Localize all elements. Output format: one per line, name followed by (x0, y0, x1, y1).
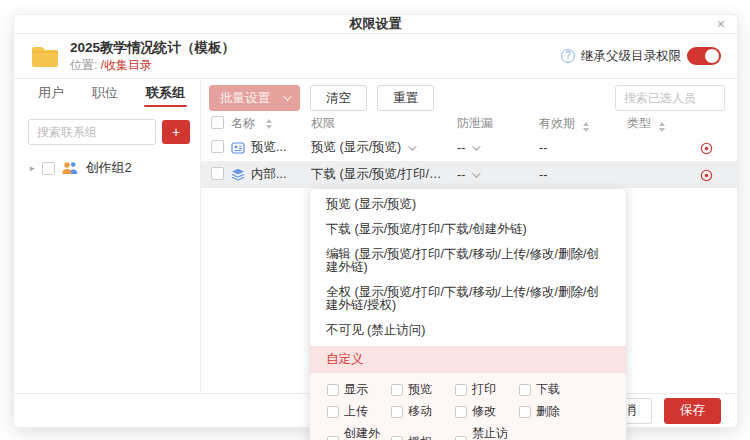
custom-option-label: 打印 (472, 381, 496, 398)
permission-select[interactable]: 下载 (显示/预览/打印/下载/创... (311, 166, 457, 183)
dialog-titlebar: 权限设置 × (14, 15, 737, 34)
permission-list-pane: 批量设置 清空 重置 名称 权限 防泄漏 有效期 (201, 79, 737, 395)
custom-option-delete[interactable]: 删除 (519, 403, 583, 420)
custom-option-move[interactable]: 移动 (391, 403, 455, 420)
reset-button[interactable]: 重置 (377, 85, 434, 111)
table-row: 预览... 预览 (显示/预览) -- -- (201, 134, 737, 161)
custom-option-label: 下载 (536, 381, 560, 398)
custom-option-label: 授权 (408, 434, 432, 440)
batch-set-button[interactable]: 批量设置 (209, 85, 300, 111)
column-type[interactable]: 类型 (627, 115, 689, 132)
column-expiry[interactable]: 有效期 (539, 115, 627, 132)
custom-option-external-link[interactable]: 创建外链 (327, 425, 391, 440)
tree-item-label: 创作组2 (86, 159, 132, 177)
dropdown-option-custom[interactable]: 自定义 (310, 346, 626, 373)
member-picker-pane: 用户 职位 联系组 + ▸ 创作组2 (14, 79, 201, 395)
custom-option-label: 上传 (344, 403, 368, 420)
permission-select[interactable]: 预览 (显示/预览) (311, 139, 457, 156)
row-checkbox[interactable] (211, 167, 224, 180)
leakproof-select[interactable]: -- (457, 141, 539, 155)
member-tabs: 用户 职位 联系组 (14, 79, 200, 109)
custom-option-authorize[interactable]: 授权 (391, 425, 455, 440)
checkbox[interactable] (455, 436, 467, 440)
custom-option-modify[interactable]: 修改 (455, 403, 519, 420)
checkbox[interactable] (327, 436, 339, 440)
chevron-down-icon (408, 142, 416, 150)
help-icon[interactable]: ? (561, 49, 575, 63)
chevron-down-icon (472, 169, 480, 177)
expand-arrow-icon[interactable]: ▸ (30, 163, 35, 173)
column-permission: 权限 (311, 115, 457, 132)
batch-set-label: 批量设置 (220, 90, 270, 107)
selected-member-search-input[interactable] (615, 85, 725, 111)
dialog-body: 用户 职位 联系组 + ▸ 创作组2 (14, 79, 737, 395)
column-name-label: 名称 (231, 115, 255, 132)
checkbox[interactable] (519, 406, 531, 418)
table-row: 内部... 下载 (显示/预览/打印/下载/创... -- -- (201, 161, 737, 188)
tab-contact-groups[interactable]: 联系组 (146, 79, 185, 109)
custom-option-label: 移动 (408, 403, 432, 420)
dropdown-option-download[interactable]: 下载 (显示/预览/打印/下载/创建外链) (310, 217, 626, 242)
toggle-knob (705, 49, 719, 63)
file-location: 位置: /收集目录 (70, 57, 235, 73)
file-header: 2025教学情况统计（模板） 位置: /收集目录 ? 继承父级目录权限 (14, 34, 737, 79)
dropdown-option-full[interactable]: 全权 (显示/预览/打印/下载/移动/上传/修改/删除/创建外链/授权) (310, 280, 626, 318)
location-link[interactable]: /收集目录 (101, 58, 152, 72)
close-icon[interactable]: × (717, 17, 725, 31)
custom-option-print[interactable]: 打印 (455, 381, 519, 398)
select-all-checkbox[interactable] (211, 116, 224, 129)
dropdown-option-preview[interactable]: 预览 (显示/预览) (310, 189, 626, 217)
sort-icon[interactable] (266, 119, 272, 129)
remove-icon[interactable] (700, 140, 713, 154)
custom-option-label: 创建外链 (344, 425, 391, 440)
layers-icon (231, 168, 245, 181)
people-group-icon (62, 161, 79, 175)
clear-button[interactable]: 清空 (310, 85, 367, 111)
row-name: 预览... (251, 139, 286, 156)
tree-item-contact-group[interactable]: ▸ 创作组2 (14, 145, 200, 177)
column-type-label: 类型 (627, 116, 651, 130)
inherit-toggle[interactable] (687, 47, 721, 65)
column-expiry-label: 有效期 (539, 116, 575, 130)
dropdown-option-invisible[interactable]: 不可见 (禁止访问) (310, 318, 626, 343)
dialog-title: 权限设置 (350, 15, 402, 33)
expiry-value: -- (539, 141, 627, 155)
column-leakproof: 防泄漏 (457, 115, 539, 132)
checkbox[interactable] (455, 384, 467, 396)
custom-option-label: 禁止访问 (472, 425, 519, 440)
custom-option-upload[interactable]: 上传 (327, 403, 391, 420)
checkbox[interactable] (391, 406, 403, 418)
column-name[interactable]: 名称 (231, 115, 311, 132)
dropdown-option-edit[interactable]: 编辑 (显示/预览/打印/下载/移动/上传/修改/删除/创建外链) (310, 242, 626, 280)
remove-icon[interactable] (700, 167, 713, 181)
custom-option-forbid[interactable]: 禁止访问 (455, 425, 519, 440)
checkbox[interactable] (455, 406, 467, 418)
checkbox[interactable] (391, 384, 403, 396)
checkbox[interactable] (519, 384, 531, 396)
inherit-permission-control: ? 继承父级目录权限 (561, 47, 721, 65)
custom-option-label: 修改 (472, 403, 496, 420)
save-button[interactable]: 保存 (664, 398, 721, 424)
checkbox[interactable] (327, 384, 339, 396)
contact-group-search-row: + (14, 109, 200, 145)
sort-icon[interactable] (659, 122, 665, 132)
add-contact-group-button[interactable]: + (162, 120, 190, 144)
custom-option-preview[interactable]: 预览 (391, 381, 455, 398)
sort-icon[interactable] (583, 122, 589, 132)
custom-option-download[interactable]: 下载 (519, 381, 583, 398)
checkbox[interactable] (327, 406, 339, 418)
row-checkbox[interactable] (211, 140, 224, 153)
checkbox[interactable] (391, 436, 403, 440)
tab-positions[interactable]: 职位 (92, 79, 118, 109)
tree-item-checkbox[interactable] (42, 162, 55, 175)
badge-icon (231, 142, 245, 154)
file-name: 2025教学情况统计（模板） (70, 39, 235, 57)
custom-option-label: 预览 (408, 381, 432, 398)
custom-option-display[interactable]: 显示 (327, 381, 391, 398)
leakproof-select[interactable]: -- (457, 168, 539, 182)
custom-option-label: 删除 (536, 403, 560, 420)
chevron-down-icon (472, 142, 480, 150)
row-name: 内部... (251, 166, 286, 183)
tab-users[interactable]: 用户 (38, 79, 64, 109)
contact-group-search-input[interactable] (28, 119, 156, 145)
